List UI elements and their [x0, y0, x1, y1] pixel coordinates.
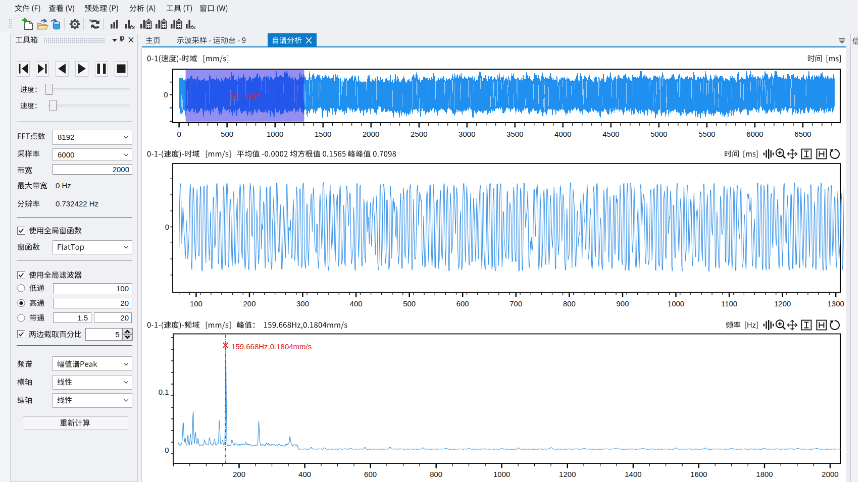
svg-text:2500: 2500	[411, 130, 427, 138]
svg-text:800: 800	[563, 299, 576, 308]
svg-text:0: 0	[165, 446, 169, 454]
svg-text:4500: 4500	[602, 130, 619, 138]
svg-text:1800: 1800	[756, 470, 773, 478]
svg-text:0.732422 Hz: 0.732422 Hz	[56, 199, 98, 208]
svg-text:5500: 5500	[698, 130, 715, 138]
svg-text:900: 900	[616, 299, 629, 308]
svg-text:1000: 1000	[267, 130, 283, 138]
svg-text:700: 700	[509, 299, 522, 308]
svg-text:2000: 2000	[113, 165, 129, 174]
svg-text:1500: 1500	[315, 130, 331, 138]
svg-text:4000: 4000	[554, 130, 571, 138]
svg-text:1200: 1200	[559, 470, 576, 478]
svg-text:1000: 1000	[493, 470, 510, 478]
svg-text:6000: 6000	[746, 130, 763, 138]
svg-text:600: 600	[456, 299, 469, 308]
svg-text:68 , 1297: 68 , 1297	[230, 93, 260, 101]
svg-text:500: 500	[221, 130, 233, 138]
svg-text:3500: 3500	[506, 130, 523, 138]
svg-text:200: 200	[243, 299, 256, 308]
svg-text:1400: 1400	[625, 470, 641, 478]
svg-text:2000: 2000	[822, 470, 838, 478]
svg-text:1.5: 1.5	[77, 313, 88, 322]
svg-text:400: 400	[350, 299, 363, 308]
svg-text:800: 800	[430, 470, 442, 478]
svg-text:600: 600	[364, 470, 377, 478]
svg-text:20: 20	[120, 299, 129, 307]
svg-text:20: 20	[120, 313, 129, 322]
svg-text:1600: 1600	[690, 470, 707, 478]
svg-text:0 Hz: 0 Hz	[56, 181, 71, 190]
svg-text:1200: 1200	[774, 299, 791, 308]
svg-text:100: 100	[190, 299, 202, 308]
svg-text:5000: 5000	[650, 130, 667, 138]
svg-text:0: 0	[177, 130, 181, 138]
svg-text:6000: 6000	[58, 150, 74, 159]
svg-text:0.1: 0.1	[159, 388, 169, 396]
svg-text:1000: 1000	[668, 299, 684, 308]
svg-text:5: 5	[115, 330, 119, 339]
svg-text:2000: 2000	[363, 130, 379, 138]
svg-text:159.668Hz,0.1804mm/s: 159.668Hz,0.1804mm/s	[231, 342, 312, 351]
svg-text:100: 100	[116, 284, 129, 293]
svg-text:0: 0	[165, 223, 169, 231]
svg-text:500: 500	[403, 299, 416, 308]
svg-text:6500: 6500	[794, 130, 811, 138]
svg-text:3000: 3000	[458, 130, 475, 138]
svg-text:300: 300	[296, 299, 309, 308]
svg-text:0: 0	[164, 90, 168, 99]
svg-text:400: 400	[298, 470, 311, 478]
svg-text:1100: 1100	[721, 299, 737, 308]
svg-text:1300: 1300	[828, 299, 844, 308]
svg-text:200: 200	[233, 470, 245, 478]
svg-text:8192: 8192	[58, 133, 74, 141]
